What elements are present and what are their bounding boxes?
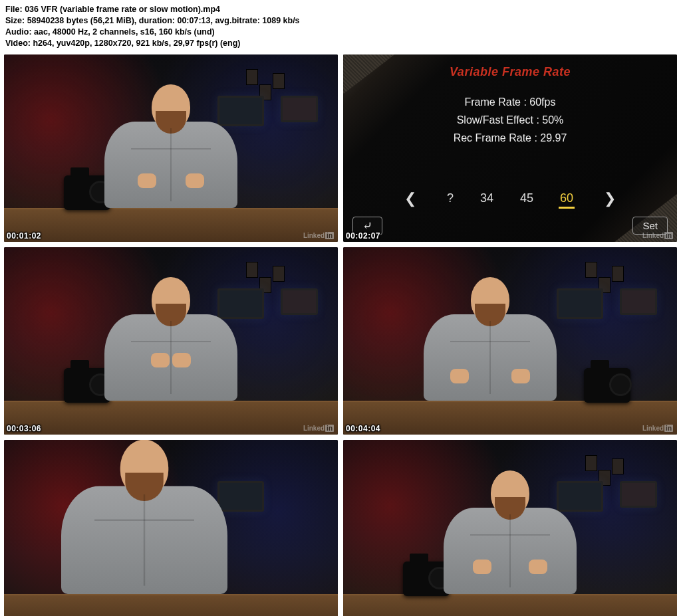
meta-file-line: File: 036 VFR (variable frame rate or sl… <box>5 4 676 15</box>
camera-prop <box>584 368 630 403</box>
linkedin-watermark: Linkedin <box>303 232 334 239</box>
linkedin-watermark: Linkedin <box>303 425 334 432</box>
camera-prop <box>403 562 450 596</box>
thumbnail-3: 00:03:06 Linkedin <box>4 247 338 435</box>
wall-photo <box>612 459 624 474</box>
thumbnail-5: 00:05:10 Linkedin <box>4 440 338 616</box>
meta-video-label: Video: <box>5 39 33 48</box>
thumbnail-1: 00:01:02 Linkedin <box>4 54 338 242</box>
timecode-overlay: 00:04:04 <box>343 423 383 435</box>
selector-option[interactable]: ? <box>446 189 455 208</box>
hand <box>511 369 530 383</box>
linkedin-watermark: Linkedin <box>642 232 673 239</box>
camera-prop <box>64 175 110 210</box>
monitor <box>557 288 603 319</box>
shirt-seam <box>489 321 491 394</box>
presenter-head <box>491 470 529 516</box>
selector-option[interactable]: 45 <box>519 189 535 208</box>
wall-photo <box>585 455 597 471</box>
desk <box>343 401 677 435</box>
thumbnail-contact-sheet: 00:01:02 Linkedin Variable Frame Rate Fr… <box>0 54 681 617</box>
meta-audio-label: Audio: <box>5 27 34 37</box>
shirt-pockets <box>131 148 211 150</box>
hand <box>186 173 204 188</box>
menu-frame-rate: Frame Rate : 60fps <box>343 93 677 111</box>
presenter-body <box>424 314 557 401</box>
meta-audio-value: aac, 48000 Hz, 2 channels, s16, 160 kb/s… <box>34 27 215 37</box>
shirt-seam <box>170 321 172 394</box>
hand <box>138 173 156 188</box>
shirt-pockets <box>450 341 530 342</box>
thumbnail-2: Variable Frame Rate Frame Rate : 60fps S… <box>343 54 677 242</box>
meta-audio-line: Audio: aac, 48000 Hz, 2 channels, s16, 1… <box>5 27 676 38</box>
timecode-overlay: 00:01:02 <box>4 230 44 242</box>
chevron-left-icon[interactable]: ❮ <box>399 190 422 207</box>
presenter-body <box>61 486 227 594</box>
presenter-body <box>104 314 237 401</box>
camera-prop <box>64 368 110 403</box>
wall-photo <box>585 262 597 278</box>
hand <box>529 560 547 574</box>
wall-photo <box>246 69 258 85</box>
hand <box>151 353 170 367</box>
meta-file-label: File: <box>5 5 25 14</box>
menu-title: Variable Frame Rate <box>343 65 677 79</box>
wall-photo <box>273 73 285 89</box>
menu-bottom-bar: ⤶ Set <box>352 217 668 235</box>
camera-menu-screen <box>343 54 677 242</box>
monitor <box>620 481 657 508</box>
timecode-overlay: 00:03:06 <box>4 423 44 435</box>
desk <box>4 401 338 435</box>
selector-option[interactable]: 34 <box>479 189 495 208</box>
meta-file-value: 036 VFR (variable frame rate or slow mot… <box>25 5 220 14</box>
hand <box>473 560 491 574</box>
desk <box>4 594 338 616</box>
menu-value-selector: ❮ ? 34 45 60 ❯ <box>343 189 677 209</box>
shirt-seam <box>509 514 511 587</box>
chevron-right-icon[interactable]: ❯ <box>599 190 621 207</box>
linkedin-watermark: Linkedin <box>642 425 673 432</box>
desk <box>343 594 677 616</box>
meta-size-label: Size: <box>5 16 27 25</box>
shirt-pockets <box>131 341 211 342</box>
presenter-body <box>444 508 577 594</box>
thumbnail-4: 00:04:04 Linkedin <box>343 247 677 435</box>
presenter-body <box>104 122 237 208</box>
hand <box>172 353 191 367</box>
shirt-seam <box>144 494 146 586</box>
meta-size-line: Size: 58940238 bytes (56,21 MiB), durati… <box>5 15 676 27</box>
presenter <box>104 314 237 401</box>
shirt-pockets <box>94 519 194 521</box>
presenter-head <box>152 277 190 322</box>
presenter-head <box>152 84 190 130</box>
presenter-head <box>471 277 509 322</box>
wall-photo <box>246 262 258 278</box>
presenter <box>104 122 237 208</box>
media-info-block: File: 036 VFR (variable frame rate or sl… <box>0 0 681 54</box>
menu-slow-fast-effect: Slow/Fast Effect : 50% <box>343 111 677 129</box>
menu-settings-block: Frame Rate : 60fps Slow/Fast Effect : 50… <box>343 93 677 148</box>
desk <box>4 208 338 242</box>
menu-rec-frame-rate: Rec Frame Rate : 29.97 <box>343 129 677 147</box>
wall-photo <box>273 266 285 282</box>
wall-photo <box>612 266 624 282</box>
shirt-seam <box>170 128 172 201</box>
selector-option-active[interactable]: 60 <box>559 189 575 209</box>
meta-video-value: h264, yuv420p, 1280x720, 921 kb/s, 29,97… <box>33 39 240 48</box>
shirt-pockets <box>470 534 550 536</box>
timecode-overlay: 00:02:07 <box>343 230 383 242</box>
presenter-head <box>120 440 169 496</box>
monitor <box>620 288 657 315</box>
hand <box>450 369 469 383</box>
thumbnail-6: 00:06:16 Linkedin <box>343 440 677 616</box>
meta-video-line: Video: h264, yuv420p, 1280x720, 921 kb/s… <box>5 38 676 49</box>
monitor <box>281 96 318 122</box>
meta-size-value: 58940238 bytes (56,21 MiB), duration: 00… <box>27 16 300 25</box>
presenter <box>444 508 577 594</box>
presenter <box>61 486 227 594</box>
monitor <box>281 288 318 315</box>
presenter <box>424 314 557 401</box>
